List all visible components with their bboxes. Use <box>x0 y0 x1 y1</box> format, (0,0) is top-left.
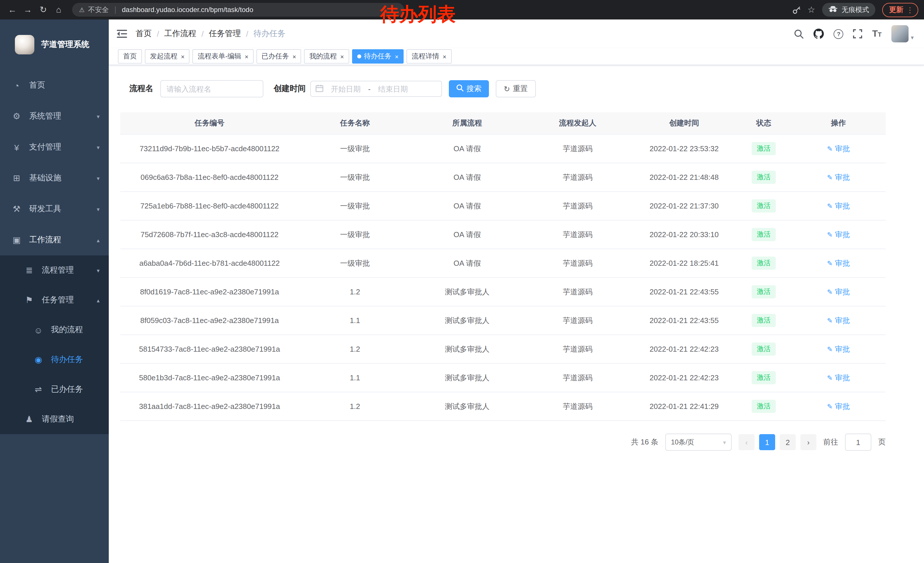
column-header-create-time: 创建时间 <box>632 112 736 134</box>
breadcrumb-item[interactable]: 工作流程 <box>164 29 196 39</box>
approve-link[interactable]: ✎审批 <box>827 372 850 383</box>
next-page-button[interactable]: › <box>800 434 816 450</box>
approve-link[interactable]: ✎审批 <box>827 230 850 240</box>
prev-page-button[interactable]: ‹ <box>738 434 754 450</box>
close-tab-icon[interactable]: × <box>340 53 344 60</box>
cell-task-id: 725a1eb6-7b88-11ec-8ef0-acde48001122 <box>120 192 299 220</box>
sidebar: 芋道管理系统 ◔首页⚙系统管理▾¥支付管理▾⊞基础设施▾⚒研发工具▾▣工作流程▴… <box>0 20 109 563</box>
approve-link[interactable]: ✎审批 <box>827 287 850 297</box>
close-tab-icon[interactable]: × <box>245 53 249 60</box>
key-icon[interactable] <box>792 6 801 14</box>
github-icon[interactable] <box>814 29 824 39</box>
cell-initiator: 芋道源码 <box>523 220 632 249</box>
forward-icon[interactable]: → <box>21 0 34 20</box>
tab-todo-task[interactable]: 待办任务× <box>352 49 404 63</box>
cell-process: OA 请假 <box>411 134 523 163</box>
chat-icon: ☺ <box>32 325 45 335</box>
sidebar-item-todo-task[interactable]: ◉待办任务 <box>0 345 109 375</box>
approve-link[interactable]: ✎审批 <box>827 144 850 154</box>
approve-link[interactable]: ✎审批 <box>827 201 850 211</box>
sidebar-item-label: 流程管理 <box>42 265 74 275</box>
table-row: 73211d9d-7b9b-11ec-b5b7-acde48001122一级审批… <box>120 134 886 163</box>
page-1-button[interactable]: 1 <box>759 434 775 450</box>
close-tab-icon[interactable]: × <box>442 53 446 60</box>
cell-task-id: 8f059c03-7ac8-11ec-a9e2-a2380e71991a <box>120 306 299 335</box>
cell-process: OA 请假 <box>411 249 523 278</box>
close-tab-icon[interactable]: × <box>181 53 184 60</box>
sidebar-item-home[interactable]: ◔首页 <box>0 70 109 101</box>
cell-task-id: 73211d9d-7b9b-11ec-b5b7-acde48001122 <box>120 134 299 163</box>
sidebar-item-process-mgmt[interactable]: ≣流程管理▾ <box>0 255 109 285</box>
cell-initiator: 芋道源码 <box>523 278 632 306</box>
page-unit-label: 页 <box>878 437 886 447</box>
address-bar[interactable]: ⚠ 不安全 dashboard.yudao.iocoder.cn/bpm/tas… <box>72 3 404 17</box>
approve-link[interactable]: ✎审批 <box>827 401 850 411</box>
search-icon[interactable] <box>794 29 804 39</box>
chevron-down-icon: ▾ <box>97 267 100 273</box>
tab-label: 首页 <box>123 51 137 61</box>
sidebar-item-my-process[interactable]: ☺我的流程 <box>0 315 109 345</box>
sidebar-item-task-mgmt[interactable]: ⚑任务管理▴ <box>0 285 109 315</box>
approve-link-label: 审批 <box>835 172 850 182</box>
update-button[interactable]: 更新 ⋮ <box>882 3 918 17</box>
help-icon[interactable]: ? <box>834 29 844 39</box>
sidebar-item-devtools[interactable]: ⚒研发工具▾ <box>0 194 109 225</box>
cell-task-id: 381aa1dd-7ac8-11ec-a9e2-a2380e71991a <box>120 392 299 421</box>
cell-task-name: 一级审批 <box>299 220 411 249</box>
cell-initiator: 芋道源码 <box>523 363 632 392</box>
sidebar-item-infrastructure[interactable]: ⊞基础设施▾ <box>0 163 109 194</box>
task-table: 任务编号任务名称所属流程流程发起人创建时间状态操作 73211d9d-7b9b-… <box>120 112 886 421</box>
date-range-picker[interactable]: - <box>310 81 442 97</box>
approve-link-label: 审批 <box>835 258 850 268</box>
goto-page-input[interactable] <box>845 434 872 451</box>
breadcrumb-item[interactable]: 首页 <box>136 29 152 39</box>
breadcrumb-separator: / <box>201 29 204 38</box>
start-date-input[interactable] <box>326 84 366 93</box>
cell-action: ✎审批 <box>791 220 886 249</box>
back-icon[interactable]: ← <box>6 0 19 20</box>
cell-action: ✎审批 <box>791 249 886 278</box>
user-menu[interactable]: ▾ <box>891 25 914 42</box>
tab-home[interactable]: 首页 <box>118 49 142 63</box>
tab-process-detail[interactable]: 流程详情× <box>406 49 452 63</box>
approve-link[interactable]: ✎审批 <box>827 315 850 326</box>
status-badge: 激活 <box>752 228 776 241</box>
tab-start-process[interactable]: 发起流程× <box>145 49 190 63</box>
omnibox-divider <box>115 6 116 14</box>
process-name-input[interactable] <box>160 80 263 98</box>
tab-my-process[interactable]: 我的流程× <box>304 49 349 63</box>
refresh-icon[interactable]: ↻ <box>37 0 50 20</box>
reset-button[interactable]: ↻ 重置 <box>496 80 536 98</box>
fullscreen-icon[interactable] <box>853 29 862 38</box>
navbar-right-cluster: ? TT ▾ <box>794 25 914 42</box>
end-date-input[interactable] <box>373 84 413 93</box>
sidebar-header[interactable]: 芋道管理系统 <box>0 20 109 70</box>
search-button[interactable]: 搜索 <box>449 80 489 98</box>
approve-link-label: 审批 <box>835 401 850 411</box>
sidebar-item-leave-query[interactable]: ♟请假查询 <box>0 404 109 434</box>
tab-form-edit[interactable]: 流程表单-编辑× <box>193 49 254 63</box>
approve-link-label: 审批 <box>835 372 850 383</box>
approve-link[interactable]: ✎审批 <box>827 344 850 354</box>
bookmark-star-icon[interactable]: ☆ <box>807 5 815 15</box>
browser-menu-icon[interactable]: ⋮ <box>906 6 914 14</box>
cell-create-time: 2022-01-21 22:42:23 <box>632 335 736 363</box>
close-tab-icon[interactable]: × <box>395 53 399 60</box>
sidebar-item-system[interactable]: ⚙系统管理▾ <box>0 101 109 132</box>
close-tab-icon[interactable]: × <box>292 53 296 60</box>
approve-link[interactable]: ✎审批 <box>827 172 850 182</box>
home-icon[interactable]: ⌂ <box>52 0 65 20</box>
page-2-button[interactable]: 2 <box>780 434 796 450</box>
incognito-icon <box>828 6 837 14</box>
sidebar-fold-icon[interactable] <box>117 29 127 38</box>
sidebar-item-workflow[interactable]: ▣工作流程▴ <box>0 225 109 255</box>
approve-link[interactable]: ✎审批 <box>827 258 850 268</box>
sidebar-item-payment[interactable]: ¥支付管理▾ <box>0 132 109 163</box>
cell-action: ✎审批 <box>791 306 886 335</box>
cell-action: ✎审批 <box>791 192 886 220</box>
tab-done-task[interactable]: 已办任务× <box>256 49 302 63</box>
sidebar-item-done-task[interactable]: ⇌已办任务 <box>0 375 109 404</box>
font-size-icon[interactable]: TT <box>872 29 882 39</box>
breadcrumb-item[interactable]: 任务管理 <box>209 29 241 39</box>
page-size-select[interactable]: 10条/页 ▾ <box>665 434 732 451</box>
